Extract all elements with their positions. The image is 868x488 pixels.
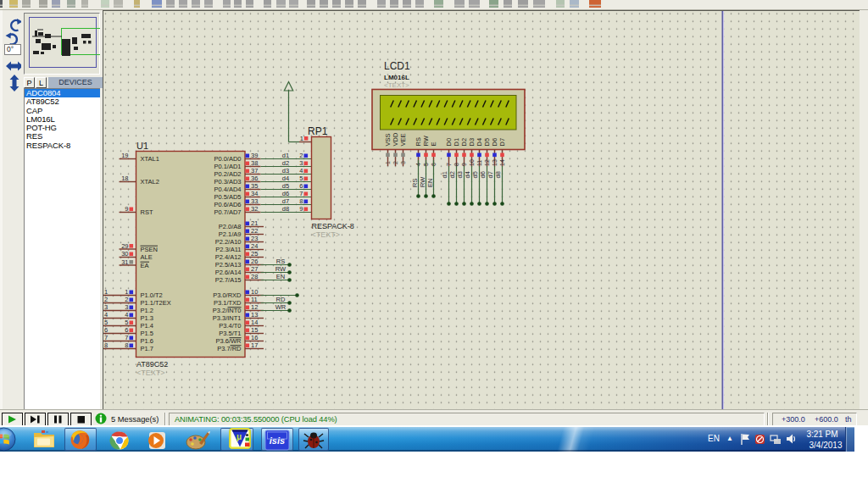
svg-text:7: 7: [299, 190, 303, 197]
svg-text:d8: d8: [282, 205, 289, 213]
svg-text:P3.2/INT0: P3.2/INT0: [213, 307, 242, 314]
svg-text:14: 14: [251, 319, 258, 326]
svg-text:32: 32: [251, 205, 258, 213]
svg-text:17: 17: [251, 341, 258, 349]
svg-text:13: 13: [251, 311, 258, 319]
svg-text:P3.3/INT1: P3.3/INT1: [213, 314, 242, 322]
svg-text:16: 16: [251, 334, 258, 341]
svg-text:D0: D0: [445, 138, 453, 147]
svg-text:AT89C52: AT89C52: [136, 360, 168, 369]
svg-text:P2.2/A10: P2.2/A10: [215, 238, 242, 246]
svg-text:P0.7/AD7: P0.7/AD7: [214, 208, 241, 216]
svg-text:RESPACK-8: RESPACK-8: [312, 222, 354, 230]
svg-text:P2.4/A12: P2.4/A12: [215, 253, 242, 261]
svg-text:P0.0/AD0: P0.0/AD0: [214, 155, 241, 163]
svg-text:36: 36: [251, 175, 258, 182]
svg-text:6: 6: [125, 326, 128, 334]
svg-text:19: 19: [121, 152, 128, 159]
svg-text:23: 23: [251, 235, 258, 242]
svg-text:E: E: [430, 141, 437, 146]
svg-text:3: 3: [400, 161, 406, 164]
svg-text:24: 24: [251, 242, 258, 250]
svg-text:5: 5: [104, 319, 108, 326]
svg-text:D3: D3: [468, 138, 476, 147]
svg-text:D2: D2: [460, 138, 468, 147]
svg-text:P3.0/RXD: P3.0/RXD: [213, 291, 242, 299]
svg-text:15: 15: [251, 326, 258, 334]
svg-text:22: 22: [251, 227, 258, 235]
svg-text:RW: RW: [275, 265, 287, 273]
svg-text:34: 34: [251, 190, 258, 197]
svg-text:d4: d4: [282, 175, 289, 182]
svg-text:RS: RS: [415, 137, 422, 146]
svg-text:P0.2/AD2: P0.2/AD2: [214, 170, 241, 178]
svg-text:P3.1/TXD: P3.1/TXD: [214, 299, 242, 307]
svg-text:LM016L: LM016L: [384, 74, 409, 81]
svg-text:37: 37: [251, 167, 258, 175]
svg-text:P1.7: P1.7: [141, 345, 153, 352]
svg-text:RS: RS: [276, 258, 285, 265]
svg-text:7: 7: [446, 163, 452, 166]
svg-text:4: 4: [125, 311, 128, 319]
svg-text:RS: RS: [411, 179, 419, 187]
svg-text:d5: d5: [471, 171, 479, 178]
svg-text:26: 26: [251, 258, 258, 265]
svg-text:P0.3/AD3: P0.3/AD3: [214, 178, 241, 186]
svg-text:VDD: VDD: [392, 132, 399, 146]
svg-text:d1: d1: [282, 152, 289, 159]
svg-text:LCD1: LCD1: [384, 60, 410, 72]
svg-text:10: 10: [469, 159, 475, 166]
svg-text:d2: d2: [282, 159, 289, 167]
svg-text:18: 18: [121, 175, 128, 182]
svg-text:PSEN: PSEN: [141, 246, 158, 253]
svg-text:8: 8: [453, 163, 459, 166]
svg-text:P1.5: P1.5: [141, 330, 153, 337]
svg-text:U1: U1: [136, 141, 148, 151]
svg-text:RD: RD: [276, 296, 286, 303]
svg-text:1: 1: [125, 288, 128, 296]
svg-text:RST: RST: [141, 208, 153, 216]
svg-text:P3.4/T0: P3.4/T0: [219, 322, 241, 330]
svg-text:EA: EA: [141, 262, 149, 269]
svg-text:2: 2: [299, 152, 303, 159]
svg-text:d7: d7: [282, 197, 289, 205]
svg-text:6: 6: [104, 326, 108, 334]
svg-text:D1: D1: [453, 138, 460, 147]
svg-text:d6: d6: [282, 190, 289, 197]
svg-text:P1.1/T2EX: P1.1/T2EX: [141, 299, 171, 307]
svg-text:3: 3: [299, 159, 303, 167]
svg-text:P1.2: P1.2: [141, 307, 153, 314]
svg-text:isis: isis: [270, 435, 285, 446]
svg-text:RP1: RP1: [308, 125, 328, 137]
svg-text:31: 31: [121, 258, 128, 266]
svg-text:D4: D4: [476, 138, 483, 147]
svg-text:11: 11: [476, 160, 482, 166]
svg-text:6: 6: [299, 182, 303, 190]
svg-text:d5: d5: [282, 182, 289, 190]
svg-text:8: 8: [125, 341, 128, 349]
svg-text:d2: d2: [448, 171, 456, 178]
svg-text:10: 10: [251, 288, 258, 296]
svg-text:7: 7: [125, 334, 128, 341]
svg-text:P2.7/A15: P2.7/A15: [215, 276, 242, 284]
svg-text:13: 13: [492, 159, 498, 166]
svg-text:P1.0/T2: P1.0/T2: [141, 291, 163, 299]
svg-text:9: 9: [125, 205, 128, 213]
svg-text:P0.6/AD6: P0.6/AD6: [214, 201, 241, 208]
svg-text:d8: d8: [494, 171, 502, 178]
svg-text:P0.1/AD1: P0.1/AD1: [214, 163, 241, 170]
svg-text:D6: D6: [491, 138, 498, 147]
svg-text:5: 5: [299, 175, 303, 182]
svg-text:d4: d4: [464, 171, 471, 178]
svg-text:P2.3/A11: P2.3/A11: [215, 246, 241, 253]
svg-text:VEE: VEE: [399, 133, 407, 146]
svg-text:RW: RW: [419, 176, 426, 187]
svg-text:d3: d3: [456, 171, 464, 178]
svg-text:ALE: ALE: [141, 253, 153, 261]
svg-text:30: 30: [121, 250, 128, 258]
svg-text:4: 4: [104, 311, 108, 319]
svg-text:2: 2: [392, 161, 398, 164]
svg-text:7: 7: [104, 334, 108, 341]
svg-text:<TEXT>: <TEXT>: [312, 230, 341, 239]
svg-text:35: 35: [251, 182, 258, 190]
